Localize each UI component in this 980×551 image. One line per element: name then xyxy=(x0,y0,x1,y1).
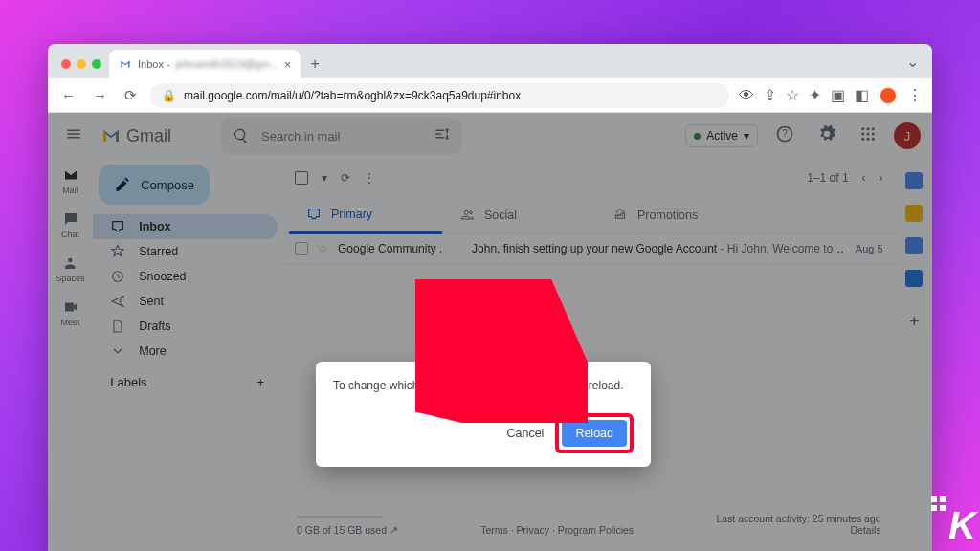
tab-bar: Inbox - johnsmith2023@gm... × + ⌄ xyxy=(48,44,932,78)
dialog-message: To change which apps are visible, Gmail … xyxy=(333,379,634,392)
forward-button[interactable]: → xyxy=(89,85,111,105)
lock-icon: 🔒 xyxy=(162,89,176,102)
window-controls[interactable] xyxy=(57,59,109,78)
modal-overlay xyxy=(48,113,932,551)
cast-icon[interactable]: ▣ xyxy=(831,86,845,104)
tab-blurred-text: johnsmith2023@gm... xyxy=(176,58,278,70)
url-field[interactable]: 🔒 mail.google.com/mail/u/0/?tab=rm&ogbl&… xyxy=(150,83,729,108)
new-tab-button[interactable]: + xyxy=(301,55,328,78)
sidepanel-toggle-icon[interactable]: ◧ xyxy=(855,86,869,104)
maximize-window-icon[interactable] xyxy=(92,59,101,69)
reload-button[interactable]: Reload xyxy=(562,420,627,447)
reload-page-button[interactable]: ⟳ xyxy=(121,85,141,106)
gmail-favicon-icon xyxy=(119,57,132,71)
share-icon[interactable]: ⇪ xyxy=(764,86,776,104)
address-bar: ← → ⟳ 🔒 mail.google.com/mail/u/0/?tab=rm… xyxy=(48,78,932,113)
tab-title: Inbox - xyxy=(138,58,170,70)
tabs-menu-icon[interactable]: ⌄ xyxy=(906,53,932,78)
close-window-icon[interactable] xyxy=(61,59,71,69)
reload-dialog: To change which apps are visible, Gmail … xyxy=(316,362,651,467)
cancel-button[interactable]: Cancel xyxy=(502,421,547,446)
profile-avatar-icon[interactable] xyxy=(879,86,898,105)
bookmark-icon[interactable]: ☆ xyxy=(786,86,799,104)
watermark: K xyxy=(948,504,974,547)
url-text: mail.google.com/mail/u/0/?tab=rm&ogbl&zx… xyxy=(184,89,521,102)
eye-icon[interactable]: 👁 xyxy=(739,87,754,104)
browser-tab[interactable]: Inbox - johnsmith2023@gm... × xyxy=(109,50,301,78)
gmail-app: Gmail Active ▾ ? xyxy=(48,113,932,551)
reload-highlight: Reload xyxy=(555,413,634,453)
browser-menu-icon[interactable]: ⋮ xyxy=(907,86,923,104)
close-tab-icon[interactable]: × xyxy=(284,57,292,72)
minimize-window-icon[interactable] xyxy=(77,59,86,69)
browser-window: Inbox - johnsmith2023@gm... × + ⌄ ← → ⟳ … xyxy=(48,44,932,551)
extensions-icon[interactable]: ✦ xyxy=(809,86,821,104)
back-button[interactable]: ← xyxy=(57,85,79,105)
